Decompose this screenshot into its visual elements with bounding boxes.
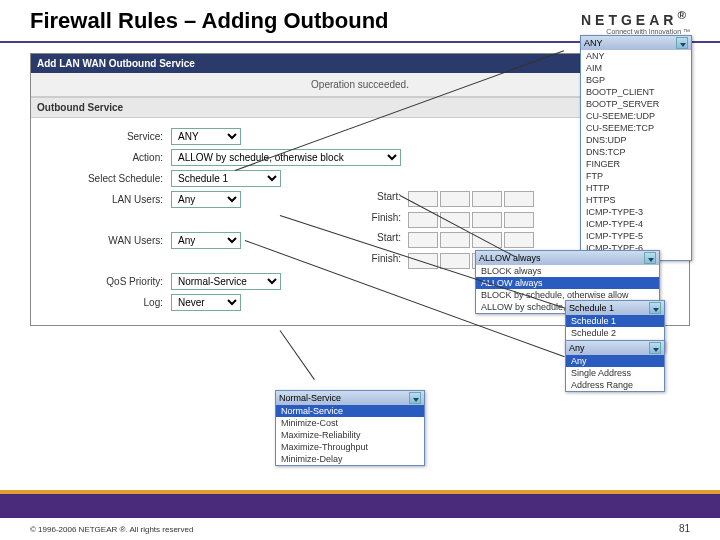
- label-lan: LAN Users:: [41, 194, 171, 205]
- label-finish1: Finish:: [357, 212, 407, 228]
- dropdown-services[interactable]: ANY ANYAIMBGPBOOTP_CLIENTBOOTP_SERVERCU-…: [580, 35, 692, 261]
- select-log[interactable]: Never: [171, 294, 241, 311]
- ip-field[interactable]: [408, 191, 438, 207]
- list-item[interactable]: BOOTP_CLIENT: [581, 86, 691, 98]
- list-item[interactable]: HTTPS: [581, 194, 691, 206]
- label-start1: Start:: [357, 191, 407, 207]
- dropdown-lanusers[interactable]: Any AnySingle AddressAddress Range: [565, 340, 665, 392]
- list-item[interactable]: Minimize-Delay: [276, 453, 424, 465]
- lan-ip-start: Start:: [247, 191, 535, 207]
- page-number: 81: [679, 523, 690, 534]
- label-start2: Start:: [357, 232, 407, 248]
- list-item[interactable]: ICMP-TYPE-4: [581, 218, 691, 230]
- select-wan[interactable]: Any: [171, 232, 241, 249]
- qos-list: Normal-ServiceMinimize-CostMaximize-Reli…: [276, 405, 424, 465]
- ip-field[interactable]: [408, 232, 438, 248]
- ip-field[interactable]: [440, 253, 470, 269]
- list-item[interactable]: Schedule 2: [566, 327, 664, 339]
- list-item[interactable]: Any: [566, 355, 664, 367]
- label-service: Service:: [41, 131, 171, 142]
- select-lan[interactable]: Any: [171, 191, 241, 208]
- list-item[interactable]: Normal-Service: [276, 405, 424, 417]
- label-action: Action:: [41, 152, 171, 163]
- select-qos[interactable]: Normal-Service: [171, 273, 281, 290]
- callout-line: [280, 330, 315, 380]
- list-item[interactable]: BGP: [581, 74, 691, 86]
- label-wan: WAN Users:: [41, 235, 171, 246]
- list-item[interactable]: Maximize-Reliability: [276, 429, 424, 441]
- list-item[interactable]: Minimize-Cost: [276, 417, 424, 429]
- select-service[interactable]: ANY: [171, 128, 241, 145]
- list-item[interactable]: Maximize-Throughput: [276, 441, 424, 453]
- ip-field[interactable]: [440, 191, 470, 207]
- section-title: Outbound Service: [37, 102, 123, 113]
- page-title: Firewall Rules – Adding Outbound: [30, 8, 389, 34]
- list-item[interactable]: BOOTP_SERVER: [581, 98, 691, 110]
- list-item[interactable]: ANY: [581, 50, 691, 62]
- brand-block: NETGEAR® Connect with Innovation ™: [581, 8, 690, 35]
- ip-field[interactable]: [504, 232, 534, 248]
- brand-name: NETGEAR®: [581, 8, 690, 28]
- chevron-down-icon[interactable]: [644, 252, 656, 264]
- chevron-down-icon[interactable]: [649, 302, 661, 314]
- ip-field[interactable]: [472, 212, 502, 228]
- chevron-down-icon[interactable]: [409, 392, 421, 404]
- dropdown-qos[interactable]: Normal-Service Normal-ServiceMinimize-Co…: [275, 390, 425, 466]
- ip-field[interactable]: [472, 232, 502, 248]
- select-schedule[interactable]: Schedule 1: [171, 170, 281, 187]
- list-item[interactable]: CU-SEEME:TCP: [581, 122, 691, 134]
- list-item[interactable]: HTTP: [581, 182, 691, 194]
- label-schedule: Select Schedule:: [41, 173, 171, 184]
- chevron-down-icon[interactable]: [676, 37, 688, 49]
- list-item[interactable]: FINGER: [581, 158, 691, 170]
- copyright: © 1996-2006 NETGEAR ®. All rights reserv…: [30, 525, 193, 534]
- brand-tagline: Connect with Innovation ™: [581, 28, 690, 35]
- footer-bar: [0, 494, 720, 518]
- list-item[interactable]: AIM: [581, 62, 691, 74]
- list-item[interactable]: DNS:UDP: [581, 134, 691, 146]
- label-qos: QoS Priority:: [41, 276, 171, 287]
- services-list: ANYAIMBGPBOOTP_CLIENTBOOTP_SERVERCU-SEEM…: [581, 50, 691, 260]
- chevron-down-icon[interactable]: [649, 342, 661, 354]
- ip-field[interactable]: [472, 191, 502, 207]
- list-item[interactable]: ICMP-TYPE-5: [581, 230, 691, 242]
- list-item[interactable]: Address Range: [566, 379, 664, 391]
- ip-field[interactable]: [440, 232, 470, 248]
- wan-ip-start: Start:: [247, 232, 535, 248]
- list-item[interactable]: DNS:TCP: [581, 146, 691, 158]
- list-item[interactable]: CU-SEEME:UDP: [581, 110, 691, 122]
- list-item[interactable]: FTP: [581, 170, 691, 182]
- label-log: Log:: [41, 297, 171, 308]
- list-item[interactable]: Schedule 1: [566, 315, 664, 327]
- list-item[interactable]: BLOCK always: [476, 265, 659, 277]
- ip-field[interactable]: [504, 212, 534, 228]
- list-item[interactable]: ICMP-TYPE-3: [581, 206, 691, 218]
- lanusers-list: AnySingle AddressAddress Range: [566, 355, 664, 391]
- ip-field[interactable]: [504, 191, 534, 207]
- list-item[interactable]: Single Address: [566, 367, 664, 379]
